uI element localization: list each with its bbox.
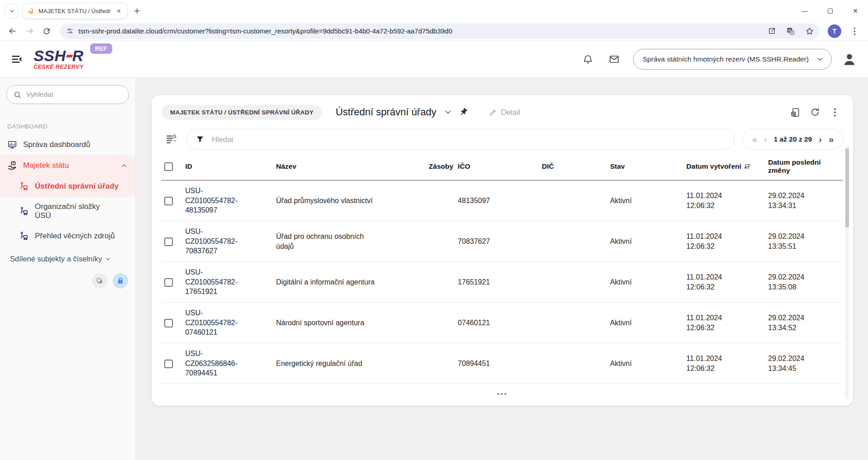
cell-zmeneno: 29.02.2024 13:35:51	[768, 232, 818, 251]
translate-icon[interactable]: G	[783, 24, 798, 38]
sidebar-item-sprava-dashboardu[interactable]: Správa dashboardů	[0, 134, 135, 155]
role-selector[interactable]: Správa státních hmotných rezerv (MS.SSHR…	[633, 49, 832, 70]
sidebar-collapse-icon[interactable]	[11, 53, 23, 65]
sidebar-search-input[interactable]	[26, 90, 122, 99]
row-checkbox[interactable]	[164, 197, 173, 205]
pagination-next-icon[interactable]: ›	[819, 135, 822, 144]
row-checkbox[interactable]	[164, 360, 173, 368]
pagination: « ‹ 1 až 20 z 29 › »	[743, 129, 843, 150]
porter-cart-icon	[19, 181, 29, 191]
new-tab-button[interactable]: +	[134, 5, 140, 17]
cell-zasoby	[412, 262, 458, 303]
search-icon	[13, 90, 22, 99]
cell-ico: 07460121	[458, 303, 542, 343]
site-controls-icon[interactable]	[66, 27, 74, 35]
url-text[interactable]: tsm-sshr-prod.datalite.cloud/crm/custome…	[78, 27, 760, 35]
messages-mail-icon[interactable]	[605, 50, 623, 68]
sidebar-item-label: Správa dashboardů	[23, 140, 90, 149]
cell-vytvoreno: 11.01.2024 12:06:32	[687, 272, 736, 292]
tab-title: MAJETEK STÁTU / Ústřední sprá	[38, 8, 111, 14]
pin-icon[interactable]	[459, 108, 468, 117]
sidebar-item-prehled-vecnych-zdroju[interactable]: Přehled věcných zdrojů	[0, 226, 135, 247]
copy-button[interactable]	[92, 273, 107, 289]
cell-nazev: Úřad průmyslového vlastnictví	[276, 196, 380, 206]
address-bar[interactable]: tsm-sshr-prod.datalite.cloud/crm/custome…	[60, 24, 820, 39]
cell-id: USU-CZ0100554782-48135097	[185, 186, 244, 215]
main-area: MAJETEK STÁTU / ÚSTŘEDNÍ SPRÁVNÍ ÚŘADY Ú…	[136, 78, 868, 460]
table-row[interactable]: USU-CZ0100554782-48135097 Úřad průmyslov…	[162, 180, 843, 221]
sidebar-item-majetek-statu[interactable]: Majetek státu	[0, 155, 135, 176]
row-checkbox[interactable]	[164, 237, 173, 246]
table-row[interactable]: USU-CZ0100554782-07460121 Národní sporto…	[162, 303, 843, 343]
title-chevron-down-icon[interactable]	[444, 108, 453, 117]
sort-descending-icon	[744, 163, 751, 170]
share-icon[interactable]	[764, 24, 779, 38]
column-header-ico[interactable]: IČO	[458, 154, 542, 180]
table-row[interactable]: USU-CZ0632586846-70894451 Energetický re…	[162, 343, 843, 384]
saved-filters-icon[interactable]	[165, 133, 177, 145]
back-icon[interactable]	[5, 24, 20, 39]
bookmark-star-icon[interactable]	[802, 24, 817, 38]
export-excel-icon[interactable]	[787, 104, 803, 120]
maximize-icon[interactable]	[817, 0, 843, 22]
column-header-zasoby[interactable]: Zásoby	[412, 154, 458, 180]
select-all-checkbox[interactable]	[164, 162, 173, 171]
sidebar-search[interactable]	[6, 85, 129, 104]
sidebar-group-sdilene-subjekty[interactable]: Sdílené subjekty a číselníky	[0, 249, 135, 269]
asset-hand-icon	[7, 161, 17, 171]
browser-tab[interactable]: MAJETEK STÁTU / Ústřední sprá ✕	[23, 3, 128, 19]
notifications-bell-icon[interactable]	[579, 50, 597, 68]
more-options-icon[interactable]: ⋮	[827, 104, 843, 120]
app-header: SSHR ČESKÉ REZERVY REF Správa státních h…	[0, 41, 868, 78]
cell-zmeneno: 29.02.2024 13:34:52	[768, 313, 818, 332]
table-search[interactable]	[187, 129, 734, 150]
sidebar-item-ustredni-spravni-urady[interactable]: Ústřední správní úřady	[0, 176, 135, 197]
row-checkbox[interactable]	[164, 278, 173, 287]
column-header-nazev[interactable]: Název	[276, 154, 412, 180]
table-row[interactable]: USU-CZ0100554782-70837627 Úřad pro ochra…	[162, 221, 843, 262]
row-checkbox[interactable]	[164, 319, 173, 327]
cell-zasoby	[412, 343, 458, 384]
cell-dic	[542, 343, 610, 384]
forward-icon[interactable]	[22, 24, 37, 39]
window-controls: — ✕	[792, 0, 868, 22]
table-search-input[interactable]	[212, 135, 726, 144]
cell-zasoby	[412, 303, 458, 343]
sidebar: DASHBOARD Správa dashboardů Majetek stát…	[0, 78, 136, 460]
breadcrumb[interactable]: MAJETEK STÁTU / ÚSTŘEDNÍ SPRÁVNÍ ÚŘADY	[162, 105, 322, 120]
minimize-icon[interactable]: —	[792, 0, 817, 22]
column-header-stav[interactable]: Stav	[610, 154, 687, 180]
cell-dic	[542, 221, 610, 262]
user-avatar-icon[interactable]	[842, 52, 857, 67]
load-more-indicator[interactable]: •••	[162, 384, 843, 398]
column-header-dic[interactable]: DIČ	[542, 154, 610, 180]
pagination-last-icon[interactable]: »	[829, 135, 834, 144]
logo-subtitle: ČESKÉ REZERVY	[33, 64, 84, 70]
reload-icon[interactable]	[39, 24, 54, 39]
copy-icon	[95, 277, 104, 285]
filter-row: « ‹ 1 až 20 z 29 › »	[162, 128, 843, 151]
browser-profile-avatar[interactable]: T	[828, 24, 841, 38]
close-window-icon[interactable]: ✕	[843, 0, 868, 22]
browser-menu-icon[interactable]: ⋮	[846, 26, 863, 36]
refresh-icon[interactable]	[807, 104, 823, 120]
column-header-datum-zmeny[interactable]: Datum poslední změny	[768, 154, 843, 180]
pagination-first-icon[interactable]: «	[752, 135, 757, 144]
pagination-prev-icon[interactable]: ‹	[764, 135, 767, 144]
cell-zasoby	[412, 221, 458, 262]
sidebar-item-label: Ústřední správní úřady	[35, 182, 119, 191]
sidebar-item-organizacni-slozky[interactable]: Organizační složky ÚSÚ	[0, 197, 135, 226]
sidebar-item-label: Majetek státu	[23, 161, 69, 170]
table-row[interactable]: USU-CZ0100554782-17651921 Digitální a in…	[162, 262, 843, 303]
table-scrollbar-thumb[interactable]	[845, 148, 849, 228]
cell-zmeneno: 29.02.2024 13:34:45	[768, 354, 818, 373]
column-header-datum-vytvoreni[interactable]: Datum vytvoření	[687, 154, 768, 180]
app-logo[interactable]: SSHR ČESKÉ REZERVY	[33, 48, 84, 70]
role-selector-value: Správa státních hmotných rezerv (MS.SSHR…	[643, 55, 809, 63]
lock-button[interactable]	[113, 273, 128, 289]
tab-search-button[interactable]	[5, 4, 19, 18]
column-header-id[interactable]: ID	[185, 154, 276, 180]
logo-text: SSHR	[33, 48, 83, 63]
detail-button[interactable]: Detail	[489, 108, 520, 117]
tab-close-icon[interactable]: ✕	[114, 7, 123, 15]
